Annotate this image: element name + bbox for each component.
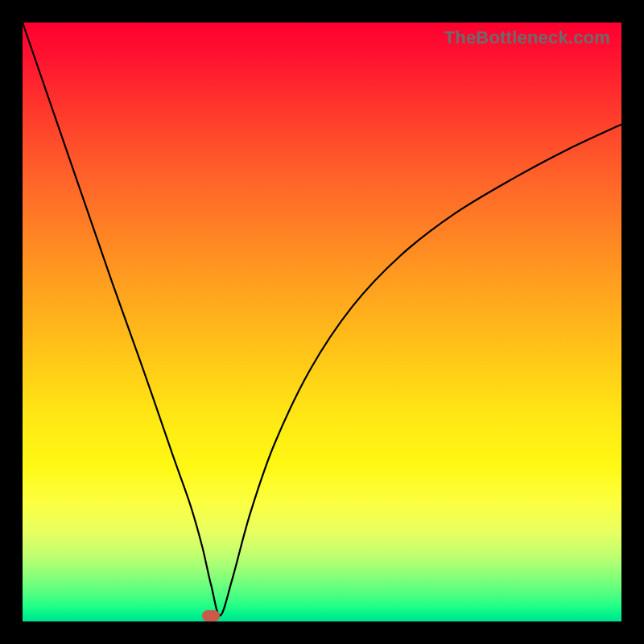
curve-svg bbox=[23, 23, 621, 621]
bottleneck-curve bbox=[23, 23, 621, 616]
minimum-marker bbox=[202, 610, 220, 621]
chart-frame: TheBottleneck.com bbox=[0, 0, 644, 644]
plot-area: TheBottleneck.com bbox=[23, 23, 621, 621]
